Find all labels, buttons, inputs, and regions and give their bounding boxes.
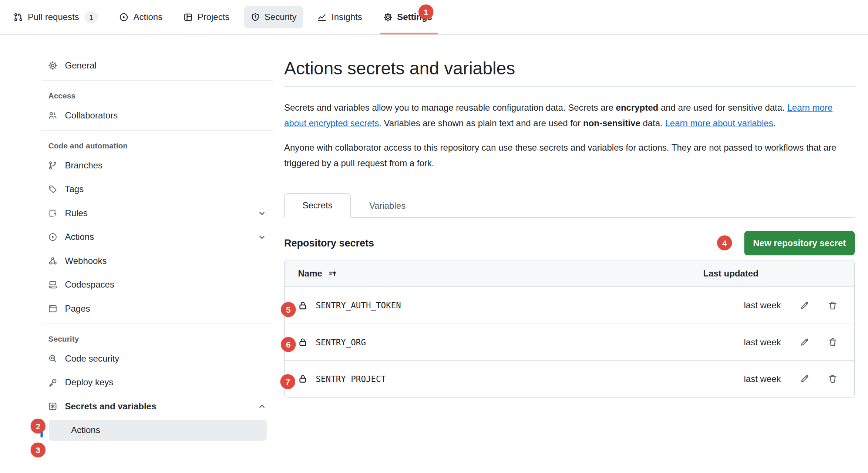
chevron-up-icon[interactable] xyxy=(258,402,266,410)
edit-secret-button[interactable] xyxy=(800,301,810,310)
sidebar-section-access: Access xyxy=(42,84,273,103)
tab-label: Insights xyxy=(332,12,362,22)
annotation-badge-5: 5 xyxy=(281,302,296,317)
sidebar-item-label: General xyxy=(65,60,97,70)
tab-projects[interactable]: Projects xyxy=(177,6,236,28)
secret-name: SENTRY_AUTH_TOKEN xyxy=(316,301,401,311)
sidebar-item-label: Webhooks xyxy=(65,256,107,266)
sidebar-item-label: Collaborators xyxy=(65,110,118,120)
tab-label: Security xyxy=(265,12,297,22)
new-repository-secret-button[interactable]: New repository secret xyxy=(744,231,855,255)
secret-name-cell: SENTRY_ORG xyxy=(298,337,703,347)
sidebar-item-secrets-and-variables[interactable]: Secrets and variables xyxy=(42,394,273,418)
sidebar-item-general[interactable]: General xyxy=(42,53,273,77)
delete-secret-button[interactable] xyxy=(828,301,838,310)
sidebar-divider xyxy=(42,324,273,325)
sidebar-item-code-security[interactable]: Code security xyxy=(42,346,273,370)
sidebar-item-label: Actions xyxy=(65,232,94,242)
annotation-badge-1: 1 xyxy=(418,4,434,20)
codescan-icon xyxy=(48,354,57,363)
repository-secrets-header: Repository secrets New repository secret xyxy=(284,231,855,255)
sidebar-section-code-and-automation: Code and automation xyxy=(42,134,273,153)
tab-insights[interactable]: Insights xyxy=(311,6,369,28)
git-branch-icon xyxy=(48,161,57,170)
sidebar-item-rules[interactable]: Rules xyxy=(42,201,273,225)
repository-settings-page: Pull requests 1 Actions Projects xyxy=(0,0,868,473)
secret-name-cell: SENTRY_PROJECT xyxy=(298,374,703,384)
secret-name: SENTRY_ORG xyxy=(316,337,366,347)
lock-icon xyxy=(298,301,308,310)
collaborator-access-paragraph: Anyone with collaborator access to this … xyxy=(284,140,855,171)
tab-label: Projects xyxy=(198,12,230,22)
main-content: Actions secrets and variables Secrets an… xyxy=(284,44,855,398)
page-title: Actions secrets and variables xyxy=(284,57,855,80)
secrets-table-header: Name Last updated xyxy=(285,261,854,287)
tag-icon xyxy=(48,185,57,194)
sidebar-item-webhooks[interactable]: Webhooks xyxy=(42,249,273,273)
sidebar-item-label: Code security xyxy=(65,353,120,363)
projects-table-icon xyxy=(184,13,192,22)
play-circle-icon xyxy=(48,232,57,241)
tab-pull-requests[interactable]: Pull requests 1 xyxy=(7,6,105,28)
edit-secret-button[interactable] xyxy=(800,374,810,384)
git-pull-request-icon xyxy=(14,13,23,22)
delete-secret-button[interactable] xyxy=(828,338,838,347)
tab-secrets[interactable]: Secrets xyxy=(284,193,351,218)
tab-label: Pull requests xyxy=(28,12,79,22)
annotation-badge-7: 7 xyxy=(280,374,296,389)
chevron-down-icon[interactable] xyxy=(258,232,266,241)
key-icon xyxy=(48,378,57,387)
tab-security[interactable]: Security xyxy=(244,6,303,28)
chevron-down-icon[interactable] xyxy=(258,208,266,217)
delete-secret-button[interactable] xyxy=(828,374,838,384)
lock-icon xyxy=(298,338,308,347)
tab-variables[interactable]: Variables xyxy=(351,194,424,218)
intro-bold-non-sensitive: non-sensitive xyxy=(583,118,640,128)
annotation-badge-2: 2 xyxy=(31,419,46,434)
shield-icon xyxy=(250,13,259,22)
table-row: SENTRY_AUTH_TOKEN last week xyxy=(285,287,854,324)
sidebar-item-pages[interactable]: Pages xyxy=(42,296,273,321)
play-circle-icon xyxy=(120,13,128,22)
graph-icon xyxy=(318,13,327,22)
sort-ascending-icon[interactable] xyxy=(328,269,337,278)
name-column-header: Name xyxy=(298,268,703,278)
table-row: SENTRY_ORG last week xyxy=(285,324,854,360)
repo-tab-bar: Pull requests 1 Actions Projects xyxy=(0,0,868,35)
sidebar-item-codespaces[interactable]: Codespaces xyxy=(42,273,273,297)
sidebar-item-actions[interactable]: Actions xyxy=(42,225,273,249)
sidebar-item-label: Tags xyxy=(65,184,84,194)
sidebar-divider xyxy=(42,131,273,131)
sidebar-item-label: Deploy keys xyxy=(65,377,114,387)
settings-sidebar: General Access Collaborators Code and au… xyxy=(42,44,273,441)
sidebar-item-label: Secrets and variables xyxy=(65,401,157,411)
intro-text: Secrets and variables allow you to manag… xyxy=(284,103,616,113)
annotation-badge-3: 3 xyxy=(31,443,46,458)
secrets-table: Name Last updated xyxy=(284,260,855,397)
sidebar-section-security: Security xyxy=(42,328,273,346)
row-actions-cell: last week xyxy=(703,374,841,384)
sidebar-item-deploy-keys[interactable]: Deploy keys xyxy=(42,370,273,395)
intro-text: . xyxy=(773,118,776,128)
row-actions-cell: last week xyxy=(703,337,841,347)
sidebar-item-tags[interactable]: Tags xyxy=(42,177,273,201)
settings-active-underline xyxy=(380,33,438,35)
secrets-variables-tabnav: Secrets Variables xyxy=(284,193,855,218)
link-learn-more-variables[interactable]: Learn more about variables xyxy=(665,118,773,128)
asterisk-box-icon xyxy=(48,402,57,410)
intro-text: and are used for sensitive data. xyxy=(658,103,787,113)
last-updated-value: last week xyxy=(744,374,781,384)
sidebar-item-label: Actions xyxy=(71,425,100,435)
sidebar-subitem-actions-secrets[interactable]: Actions xyxy=(49,420,267,441)
lock-icon xyxy=(298,374,308,384)
name-header-label: Name xyxy=(298,268,322,278)
sidebar-item-branches[interactable]: Branches xyxy=(42,153,273,177)
tab-actions[interactable]: Actions xyxy=(113,6,169,28)
gear-icon xyxy=(48,61,57,70)
sidebar-item-collaborators[interactable]: Collaborators xyxy=(42,103,273,127)
intro-paragraph: Secrets and variables allow you to manag… xyxy=(284,100,855,131)
annotation-badge-4: 4 xyxy=(717,235,732,251)
edit-secret-button[interactable] xyxy=(800,338,810,347)
table-row: SENTRY_PROJECT last week xyxy=(285,360,854,397)
last-updated-value: last week xyxy=(744,337,781,347)
